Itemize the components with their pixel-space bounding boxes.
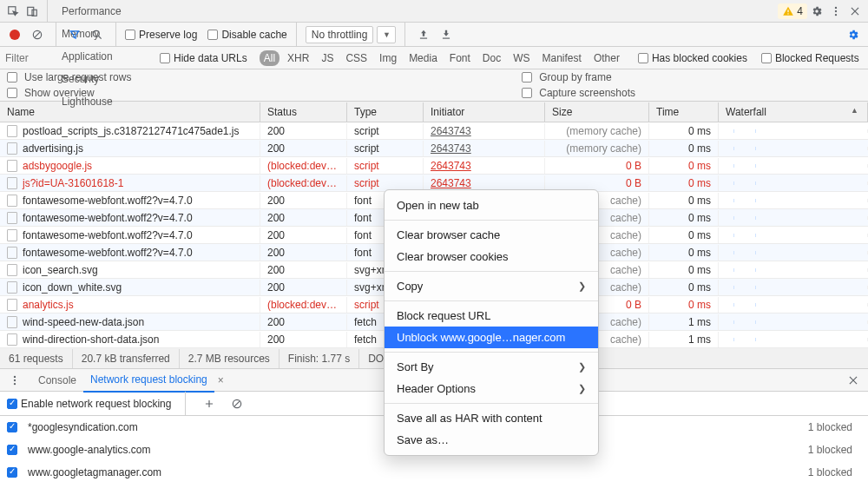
use-large-rows-checkbox[interactable]: Use large request rows <box>7 71 131 83</box>
ctx-unblock[interactable]: Unblock www.google…nager.com <box>385 327 598 348</box>
close-icon[interactable] <box>845 2 865 21</box>
kebab-icon[interactable] <box>826 2 845 21</box>
remove-all-icon[interactable] <box>227 394 247 413</box>
blocked-requests-checkbox[interactable]: Blocked Requests <box>761 52 859 64</box>
tab-performance[interactable]: Performance <box>53 0 130 23</box>
svg-rect-10 <box>420 37 427 38</box>
drawer-tab-console[interactable]: Console <box>31 369 83 392</box>
upload-har-icon[interactable] <box>414 25 433 44</box>
ctx-open-new-tab[interactable]: Open in new tab <box>385 195 598 216</box>
type-pill-img[interactable]: Img <box>375 50 401 66</box>
record-button[interactable] <box>5 25 24 44</box>
type-pill-all[interactable]: All <box>260 50 279 66</box>
download-har-icon[interactable] <box>437 25 456 44</box>
type-pill-css[interactable]: CSS <box>341 50 372 66</box>
type-pill-ws[interactable]: WS <box>509 50 534 66</box>
request-time: 0 ms <box>649 210 719 226</box>
drawer-close-icon[interactable] <box>844 371 863 390</box>
col-waterfall[interactable]: Waterfall▲ <box>719 102 868 122</box>
hide-data-urls-checkbox[interactable]: Hide data URLs <box>160 52 247 64</box>
file-icon <box>7 142 17 155</box>
table-row[interactable]: advertising.js200script2643743(memory ca… <box>0 140 868 157</box>
ctx-copy[interactable]: Copy❯ <box>385 275 598 297</box>
throttling-dropdown[interactable]: No throttling <box>306 26 374 43</box>
type-pill-font[interactable]: Font <box>445 50 475 66</box>
file-icon <box>7 333 17 346</box>
svg-point-9 <box>93 30 99 36</box>
request-initiator[interactable]: 2643743 <box>424 158 545 174</box>
drawer-tab-close-icon[interactable]: × <box>218 374 224 386</box>
filter-icon[interactable] <box>65 25 84 44</box>
col-size[interactable]: Size <box>545 102 649 122</box>
request-size: 0 B <box>545 158 649 174</box>
search-icon[interactable] <box>88 25 107 44</box>
table-row[interactable]: adsbygoogle.js(blocked:devto…script26437… <box>0 157 868 175</box>
throttling-chevron[interactable]: ▼ <box>377 26 396 43</box>
request-initiator[interactable]: 2643743 <box>424 141 545 156</box>
group-by-frame-checkbox[interactable]: Group by frame <box>522 71 635 83</box>
capture-screenshots-label: Capture screenshots <box>539 87 635 99</box>
add-pattern-icon[interactable] <box>200 394 219 413</box>
file-icon <box>7 195 17 207</box>
ctx-save-as[interactable]: Save as… <box>385 429 598 451</box>
gear-icon[interactable] <box>807 2 826 21</box>
show-overview-checkbox[interactable]: Show overview <box>7 87 131 99</box>
request-waterfall <box>719 286 868 289</box>
blocked-pattern-row[interactable]: www.googletagmanager.com1 blocked <box>0 461 868 484</box>
col-type[interactable]: Type <box>347 102 424 122</box>
group-by-frame-label: Group by frame <box>539 71 611 83</box>
type-pill-manifest[interactable]: Manifest <box>538 50 586 66</box>
request-waterfall <box>719 338 868 341</box>
file-icon <box>7 247 17 259</box>
svg-point-13 <box>14 379 16 380</box>
ctx-save-har[interactable]: Save all as HAR with content <box>385 407 598 429</box>
blocked-count: 1 blocked <box>808 466 861 478</box>
pattern-checkbox[interactable] <box>7 445 17 455</box>
warnings-badge[interactable]: 4 <box>778 3 807 19</box>
col-name[interactable]: Name <box>0 102 260 122</box>
request-name: adsbygoogle.js <box>23 160 92 172</box>
request-waterfall <box>719 268 868 272</box>
disable-cache-label: Disable cache <box>221 29 286 41</box>
type-pill-other[interactable]: Other <box>589 50 624 66</box>
request-type: script <box>347 123 424 139</box>
type-pill-media[interactable]: Media <box>404 50 442 66</box>
inspect-icon[interactable] <box>3 2 23 21</box>
type-pill-xhr[interactable]: XHR <box>283 50 313 66</box>
svg-rect-11 <box>443 37 450 38</box>
request-waterfall <box>719 182 868 185</box>
network-settings-icon[interactable] <box>844 25 863 44</box>
filter-bar: Hide data URLs AllXHRJSCSSImgMediaFontDo… <box>0 47 868 69</box>
request-initiator[interactable]: 2643743 <box>424 123 545 139</box>
file-icon <box>7 299 17 311</box>
enable-blocking-checkbox[interactable]: Enable network request blocking <box>7 398 171 410</box>
drawer-kebab-icon[interactable] <box>5 371 24 390</box>
type-pill-doc[interactable]: Doc <box>478 50 505 66</box>
pattern-checkbox[interactable] <box>7 422 17 432</box>
ctx-block-url[interactable]: Block request URL <box>385 305 598 327</box>
ctx-header-options[interactable]: Header Options❯ <box>385 378 598 399</box>
show-overview-label: Show overview <box>24 87 95 99</box>
has-blocked-cookies-checkbox[interactable]: Has blocked cookies <box>638 52 747 64</box>
disable-cache-checkbox[interactable]: Disable cache <box>207 29 286 41</box>
pattern-checkbox[interactable] <box>7 467 17 478</box>
throttling-label: No throttling <box>312 29 368 41</box>
device-icon[interactable] <box>23 2 42 21</box>
request-status: 200 <box>260 210 347 226</box>
request-initiator[interactable]: 2643743 <box>424 175 545 191</box>
ctx-clear-cookies[interactable]: Clear browser cookies <box>385 246 598 267</box>
request-size: (memory cache) <box>545 123 649 139</box>
request-status: 200 <box>260 245 347 261</box>
type-pill-js[interactable]: JS <box>317 50 338 66</box>
filter-input[interactable] <box>5 52 135 64</box>
col-initiator[interactable]: Initiator <box>424 102 545 122</box>
drawer-tab-network-request-blocking[interactable]: Network request blocking <box>83 368 214 393</box>
table-row[interactable]: postload_scripts_js.c31872127471c475ade1… <box>0 122 868 140</box>
col-status[interactable]: Status <box>260 102 347 122</box>
ctx-clear-cache[interactable]: Clear browser cache <box>385 224 598 246</box>
ctx-sort-by[interactable]: Sort By❯ <box>385 356 598 378</box>
capture-screenshots-checkbox[interactable]: Capture screenshots <box>522 87 635 99</box>
col-time[interactable]: Time <box>649 102 719 122</box>
clear-icon[interactable] <box>28 25 47 44</box>
preserve-log-checkbox[interactable]: Preserve log <box>125 29 197 41</box>
